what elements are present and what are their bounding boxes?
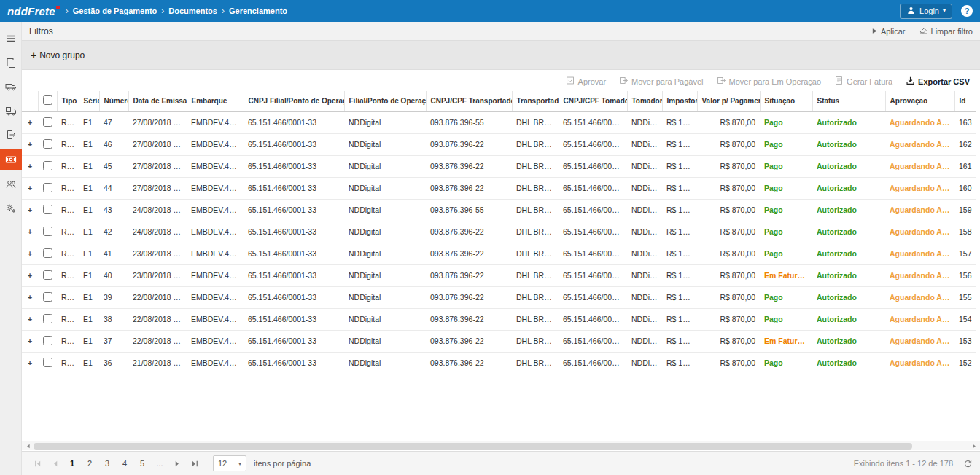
payment-icon[interactable]: [0, 149, 22, 170]
export-icon[interactable]: [0, 125, 22, 144]
row-checkbox-cell: [38, 199, 57, 221]
menu-icon[interactable]: [0, 29, 22, 48]
breadcrumb-item[interactable]: Documentos: [168, 7, 217, 15]
column-header-cnpj-tomador[interactable]: CNPJ/CPF Tomador: [559, 91, 627, 111]
column-header-situacao[interactable]: Situação: [760, 91, 812, 111]
column-header-cnpj-transportador[interactable]: CNPJ/CPF Transportador: [426, 91, 512, 111]
cell-situacao: Em Faturamento: [760, 330, 812, 352]
page-number[interactable]: 4: [117, 455, 133, 471]
row-checkbox[interactable]: [43, 336, 52, 345]
row-checkbox[interactable]: [43, 117, 52, 127]
documents-icon[interactable]: [0, 53, 22, 72]
column-header-valor[interactable]: Valor p/ Pagamento: [697, 91, 760, 111]
scroll-left-icon[interactable]: [22, 441, 34, 450]
expand-row-button[interactable]: +: [22, 111, 38, 133]
page-number[interactable]: 5: [134, 455, 150, 471]
horizontal-scrollbar: [22, 441, 980, 450]
last-page-button[interactable]: [187, 455, 203, 471]
expand-row-button[interactable]: +: [22, 286, 38, 308]
column-header-aprovacao[interactable]: Aprovação: [885, 91, 954, 111]
column-header-serie[interactable]: Série: [79, 91, 99, 111]
expand-row-button[interactable]: +: [22, 243, 38, 264]
cell-cnpj_filial: 65.151.466/0001-33: [244, 264, 344, 286]
row-checkbox[interactable]: [43, 314, 52, 323]
expand-row-button[interactable]: +: [22, 330, 38, 352]
row-checkbox[interactable]: [43, 139, 52, 149]
page-ellipsis[interactable]: ...: [152, 455, 168, 471]
cell-id: 154: [954, 308, 976, 330]
page-number[interactable]: 1: [64, 455, 80, 471]
column-header-tipo[interactable]: Tipo: [57, 91, 79, 111]
column-header-filial[interactable]: Filial/Ponto de Operação: [344, 91, 426, 111]
expand-row-button[interactable]: +: [22, 221, 38, 243]
column-header-numero[interactable]: Número: [99, 91, 128, 111]
generate-invoice-button[interactable]: Gerar Fatura: [834, 76, 892, 87]
column-header-transportador[interactable]: Transportador: [512, 91, 559, 111]
cell-filial: NDDigital: [344, 243, 426, 264]
row-checkbox[interactable]: [43, 248, 52, 258]
column-header-cnpj-filial[interactable]: CNPJ Filial/Ponto de Operação: [244, 91, 344, 111]
scrollbar-track[interactable]: [34, 443, 968, 450]
column-header-status[interactable]: Status: [812, 91, 885, 111]
prev-page-button[interactable]: [47, 455, 63, 471]
row-checkbox[interactable]: [43, 358, 52, 367]
column-header-impostos[interactable]: Impostos: [662, 91, 697, 111]
breadcrumb-item[interactable]: Gestão de Pagamento: [73, 7, 158, 15]
page-number[interactable]: 2: [82, 455, 98, 471]
expand-row-button[interactable]: +: [22, 308, 38, 330]
truck-delivery-icon[interactable]: [0, 101, 22, 120]
cell-cnpj_filial: 65.151.466/0001-33: [244, 352, 344, 374]
cell-cnpj_tomador: 65.151.466/0001-33: [559, 199, 627, 221]
apply-filter-button[interactable]: Aplicar: [871, 27, 906, 36]
row-checkbox[interactable]: [43, 183, 52, 192]
truck-icon[interactable]: [0, 77, 22, 96]
export-csv-button[interactable]: Exportar CSV: [906, 76, 970, 87]
column-header-emissao[interactable]: Data de Emissão↓: [128, 91, 187, 111]
expand-row-button[interactable]: +: [22, 352, 38, 374]
first-page-button[interactable]: [29, 455, 45, 471]
column-header-id[interactable]: Id: [954, 91, 976, 111]
page-number[interactable]: 3: [99, 455, 115, 471]
cell-tomador: NDDigital: [627, 330, 662, 352]
expand-row-button[interactable]: +: [22, 155, 38, 177]
row-checkbox[interactable]: [43, 270, 52, 280]
refresh-icon[interactable]: [963, 459, 973, 468]
cell-emissao: 22/08/2018 13:06: [128, 330, 187, 352]
chevron-down-icon: ▾: [238, 460, 241, 467]
select-all-checkbox[interactable]: [43, 95, 52, 105]
help-icon[interactable]: ?: [961, 5, 973, 17]
login-button[interactable]: Login ▾: [900, 4, 952, 19]
move-operation-button[interactable]: Mover para Em Operação: [717, 76, 822, 87]
expand-row-button[interactable]: +: [22, 264, 38, 286]
new-group-button[interactable]: + Novo grupo: [31, 50, 85, 60]
cell-embarque: EMBDEV.46059: [187, 111, 244, 133]
cell-transportador: DHL BRASIL: [512, 199, 559, 221]
expand-row-button[interactable]: +: [22, 199, 38, 221]
cell-tipo: RPA: [57, 199, 79, 221]
grid-toolbar: Aprovar Mover para Pagável Mover para Em…: [22, 70, 980, 91]
clear-filter-button[interactable]: Limpar filtro: [919, 25, 973, 36]
row-checkbox[interactable]: [43, 161, 52, 170]
row-checkbox[interactable]: [43, 205, 52, 214]
page-size-select[interactable]: 12 ▾: [213, 455, 246, 471]
scrollbar-thumb[interactable]: [34, 443, 912, 450]
users-icon[interactable]: [0, 175, 22, 194]
row-checkbox[interactable]: [43, 292, 52, 302]
cell-embarque: EMBDEV.46047: [187, 177, 244, 199]
row-checkbox[interactable]: [43, 227, 52, 236]
scroll-right-icon[interactable]: [968, 441, 980, 450]
settings-icon[interactable]: [0, 199, 22, 218]
column-header-tomador[interactable]: Tomador: [627, 91, 662, 111]
cell-numero: 45: [99, 155, 128, 177]
expand-row-button[interactable]: +: [22, 177, 38, 199]
move-payable-icon: [619, 76, 629, 87]
move-payable-button[interactable]: Mover para Pagável: [619, 76, 703, 87]
move-operation-icon: [717, 76, 726, 87]
filters-bar: Filtros Aplicar Limpar filtro: [22, 22, 980, 41]
column-header-embarque[interactable]: Embarque: [187, 91, 244, 111]
expand-row-button[interactable]: +: [22, 133, 38, 155]
next-page-button[interactable]: [169, 455, 185, 471]
breadcrumb-item[interactable]: Gerenciamento: [229, 7, 287, 15]
cell-status: Autorizado: [812, 286, 885, 308]
approve-button[interactable]: Aprovar: [566, 76, 607, 87]
